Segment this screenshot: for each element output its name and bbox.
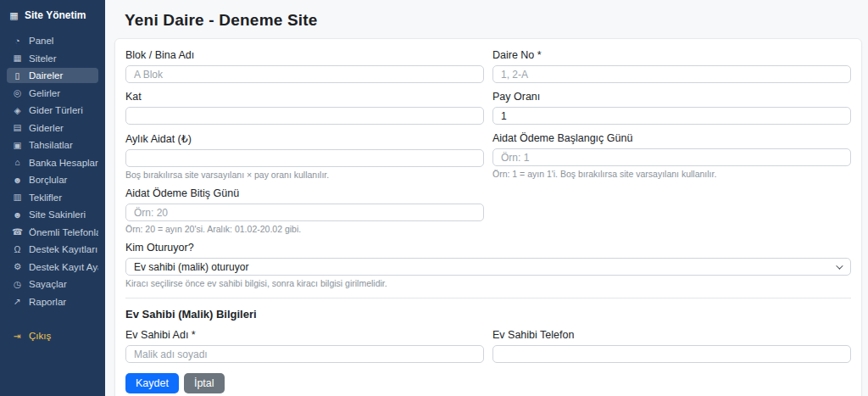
owner-section-title: Ev Sahibi (Malik) Bilgileri bbox=[125, 308, 851, 321]
aylik-aidat-label: Aylık Aidat (₺) bbox=[125, 132, 484, 145]
sidebar-item-label: Borçlular bbox=[29, 175, 67, 185]
daire-no-input[interactable] bbox=[492, 65, 851, 83]
daire-no-label: Daire No * bbox=[492, 49, 851, 61]
kim-oturuyor-label: Kim Oturuyor? bbox=[125, 242, 851, 254]
sidebar-item-panel[interactable]: ◔ Panel bbox=[7, 33, 98, 48]
logout-icon: ⇥ bbox=[12, 332, 23, 341]
sidebar-item-giderler[interactable]: ▤ Giderler bbox=[7, 120, 98, 136]
sidebar-item-label: Gider Türleri bbox=[29, 105, 83, 115]
sidebar-item-label: Destek Kayıtları bbox=[29, 244, 97, 254]
gear-icon: ⚙ bbox=[12, 262, 23, 271]
baslangic-gunu-help: Örn: 1 = ayın 1'i. Boş bırakılırsa site … bbox=[492, 169, 851, 179]
page-title: Yeni Daire - Deneme Site bbox=[125, 11, 862, 30]
headset-icon: Ω bbox=[12, 245, 23, 254]
pay-orani-input[interactable] bbox=[492, 107, 851, 125]
sidebar-item-label: Gelirler bbox=[29, 88, 60, 98]
tag-icon: ◈ bbox=[12, 106, 23, 115]
kat-input[interactable] bbox=[125, 107, 484, 125]
bitis-gunu-help: Örn: 20 = ayın 20'si. Aralık: 01.02-20.0… bbox=[125, 224, 484, 234]
kat-label: Kat bbox=[125, 91, 484, 103]
cash-coin-icon: ◎ bbox=[12, 88, 23, 98]
kim-oturuyor-help: Kiracı seçilirse önce ev sahibi bilgisi,… bbox=[125, 278, 851, 288]
people-icon: ☻ bbox=[12, 210, 23, 220]
graph-up-icon: ↗ bbox=[12, 297, 23, 306]
baslangic-gunu-input[interactable] bbox=[492, 148, 851, 166]
sidebar-item-borclular[interactable]: ☻ Borçlular bbox=[7, 172, 98, 187]
sidebar-item-tahsilatlar[interactable]: ▣ Tahsilatlar bbox=[7, 137, 98, 153]
app-brand-label: Site Yönetim bbox=[25, 9, 86, 21]
section-divider bbox=[125, 298, 851, 298]
sidebar-item-label: Destek Kayıt Ayarları bbox=[29, 262, 98, 272]
building-icon: ▦ bbox=[8, 11, 19, 20]
aylik-aidat-input[interactable] bbox=[125, 149, 484, 167]
sidebar-item-siteler[interactable]: ▦ Siteler bbox=[7, 51, 98, 66]
sidebar-item-label: Raporlar bbox=[29, 297, 66, 307]
sidebar-item-label: Panel bbox=[29, 36, 53, 46]
sidebar-item-banka-hesaplari[interactable]: ⌂ Banka Hesapları bbox=[7, 155, 98, 170]
sidebar-item-label: Tahsilatlar bbox=[29, 140, 73, 150]
meter-icon: ◷ bbox=[12, 280, 23, 289]
sidebar-item-label: Banka Hesapları bbox=[29, 158, 98, 168]
phone-icon: ☎ bbox=[12, 227, 23, 237]
sidebar-item-label: Önemli Telefonlar bbox=[29, 227, 98, 237]
sidebar-item-label: Siteler bbox=[29, 53, 57, 64]
sidebar-item-destek-kayitlari[interactable]: Ω Destek Kayıtları bbox=[7, 242, 98, 257]
cancel-button[interactable]: İptal bbox=[184, 373, 225, 393]
app-brand: ▦ Site Yönetim bbox=[7, 8, 98, 21]
ev-sahibi-adi-label: Ev Sahibi Adı * bbox=[125, 329, 484, 341]
save-button[interactable]: Kaydet bbox=[125, 373, 179, 393]
ev-sahibi-telefon-label: Ev Sahibi Telefon bbox=[492, 329, 851, 341]
sidebar-item-teklifler[interactable]: ▥ Teklifler bbox=[7, 190, 98, 205]
buildings-icon: ▦ bbox=[12, 53, 23, 63]
sidebar-item-raporlar[interactable]: ↗ Raporlar bbox=[7, 294, 98, 310]
sidebar-item-destek-kayit-ayarlari[interactable]: ⚙ Destek Kayıt Ayarları bbox=[7, 259, 98, 275]
baslangic-gunu-label: Aidat Ödeme Başlangıç Günü bbox=[492, 132, 851, 144]
sidebar-item-daireler[interactable]: ▯ Daireler bbox=[7, 68, 98, 83]
sidebar-item-label: Daireler bbox=[29, 70, 63, 81]
wallet-icon: ▣ bbox=[12, 141, 23, 150]
sidebar-item-label: Giderler bbox=[29, 123, 64, 133]
sidebar-item-label: Çıkış bbox=[29, 331, 51, 341]
ev-sahibi-telefon-input[interactable] bbox=[492, 345, 851, 363]
sidebar-item-gelirler[interactable]: ◎ Gelirler bbox=[7, 86, 98, 101]
main-content: Yeni Daire - Deneme Site Blok / Bina Adı… bbox=[105, 0, 868, 396]
chevron-down-icon bbox=[836, 262, 843, 269]
pay-orani-label: Pay Oranı bbox=[492, 91, 851, 103]
sidebar: ▦ Site Yönetim ◔ Panel ▦ Siteler ▯ Daire… bbox=[0, 0, 105, 396]
sidebar-item-onemli-telefonlar[interactable]: ☎ Önemli Telefonlar bbox=[7, 225, 98, 240]
bitis-gunu-label: Aidat Ödeme Bitiş Günü bbox=[125, 187, 484, 199]
kim-oturuyor-select[interactable]: Ev sahibi (malik) oturuyor bbox=[125, 258, 851, 276]
bitis-gunu-input[interactable] bbox=[125, 204, 484, 221]
sidebar-item-label: Site Sakinleri bbox=[29, 209, 86, 220]
aylik-aidat-help: Boş bırakılırsa site varsayılanı × pay o… bbox=[125, 170, 484, 180]
sidebar-item-sayaclar[interactable]: ◷ Sayaçlar bbox=[7, 276, 98, 292]
bank-icon: ⌂ bbox=[12, 158, 23, 167]
sidebar-item-label: Teklifler bbox=[29, 192, 62, 203]
blok-input[interactable] bbox=[125, 65, 484, 83]
file-text-icon: ▥ bbox=[12, 192, 23, 202]
blok-label: Blok / Bina Adı bbox=[125, 49, 484, 61]
kim-oturuyor-selected-value: Ev sahibi (malik) oturuyor bbox=[134, 261, 248, 273]
new-apartment-form-card: Blok / Bina Adı Daire No * Kat Pay Oranı… bbox=[114, 38, 862, 396]
door-icon: ▯ bbox=[12, 71, 23, 81]
ev-sahibi-adi-input[interactable] bbox=[125, 345, 484, 363]
people-icon: ☻ bbox=[12, 176, 23, 185]
speedometer-icon: ◔ bbox=[12, 36, 23, 46]
sidebar-item-site-sakinleri[interactable]: ☻ Site Sakinleri bbox=[7, 207, 98, 222]
cash-icon: ▤ bbox=[12, 123, 23, 132]
sidebar-item-label: Sayaçlar bbox=[29, 279, 67, 289]
sidebar-item-gider-turleri[interactable]: ◈ Gider Türleri bbox=[7, 103, 98, 118]
sidebar-item-cikis[interactable]: ⇥ Çıkış bbox=[7, 328, 98, 343]
